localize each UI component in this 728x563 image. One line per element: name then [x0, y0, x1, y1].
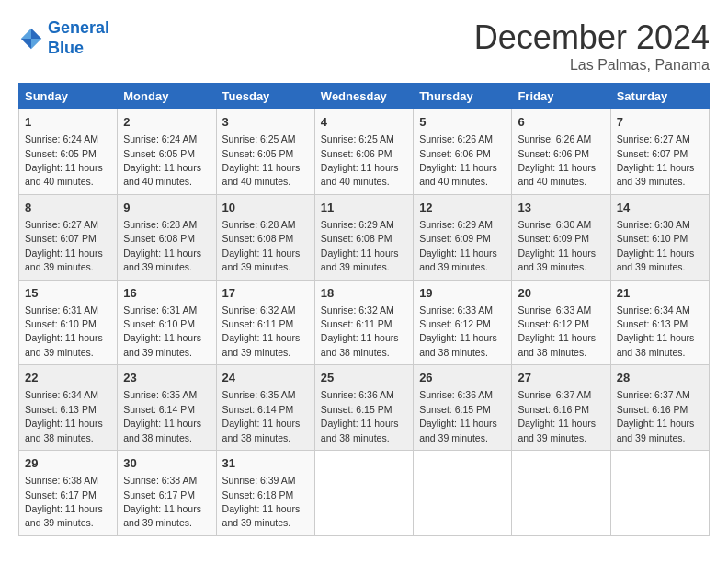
day-cell-1: 1Sunrise: 6:24 AM Sunset: 6:05 PM Daylig…: [19, 109, 118, 195]
day-info: Sunrise: 6:29 AM Sunset: 6:09 PM Dayligh…: [419, 219, 497, 272]
day-cell-25: 25Sunrise: 6:36 AM Sunset: 6:15 PM Dayli…: [314, 365, 413, 451]
day-cell-14: 14Sunrise: 6:30 AM Sunset: 6:10 PM Dayli…: [610, 194, 709, 280]
day-number: 7: [617, 114, 703, 131]
day-info: Sunrise: 6:36 AM Sunset: 6:15 PM Dayligh…: [321, 389, 399, 442]
day-info: Sunrise: 6:28 AM Sunset: 6:08 PM Dayligh…: [222, 219, 301, 272]
day-number: 20: [518, 285, 604, 302]
svg-marker-3: [31, 39, 41, 49]
header-monday: Monday: [118, 84, 216, 109]
day-cell-19: 19Sunrise: 6:33 AM Sunset: 6:12 PM Dayli…: [414, 280, 512, 365]
day-cell-12: 12Sunrise: 6:29 AM Sunset: 6:09 PM Dayli…: [414, 194, 512, 280]
day-number: 1: [25, 114, 111, 131]
day-number: 30: [123, 455, 210, 472]
day-cell-6: 6Sunrise: 6:26 AM Sunset: 6:06 PM Daylig…: [512, 109, 610, 195]
day-cell-2: 2Sunrise: 6:24 AM Sunset: 6:05 PM Daylig…: [118, 109, 216, 195]
day-number: 17: [222, 285, 309, 302]
day-number: 31: [222, 455, 309, 472]
day-number: 25: [321, 370, 407, 386]
day-info: Sunrise: 6:34 AM Sunset: 6:13 PM Dayligh…: [25, 389, 103, 442]
day-cell-24: 24Sunrise: 6:35 AM Sunset: 6:14 PM Dayli…: [216, 365, 314, 451]
day-number: 9: [123, 200, 210, 216]
header-sunday: Sunday: [19, 84, 118, 109]
day-cell-22: 22Sunrise: 6:34 AM Sunset: 6:13 PM Dayli…: [19, 365, 118, 451]
day-info: Sunrise: 6:26 AM Sunset: 6:06 PM Dayligh…: [518, 133, 596, 187]
day-info: Sunrise: 6:26 AM Sunset: 6:06 PM Dayligh…: [419, 133, 497, 187]
day-number: 3: [222, 114, 309, 131]
day-cell-9: 9Sunrise: 6:28 AM Sunset: 6:08 PM Daylig…: [118, 194, 216, 280]
day-cell-3: 3Sunrise: 6:25 AM Sunset: 6:05 PM Daylig…: [216, 109, 314, 195]
day-info: Sunrise: 6:31 AM Sunset: 6:10 PM Dayligh…: [25, 304, 103, 358]
calendar-body: 1Sunrise: 6:24 AM Sunset: 6:05 PM Daylig…: [19, 109, 710, 536]
day-info: Sunrise: 6:34 AM Sunset: 6:13 PM Dayligh…: [617, 304, 695, 358]
day-number: 27: [518, 370, 604, 386]
header-thursday: Thursday: [414, 84, 512, 109]
day-info: Sunrise: 6:32 AM Sunset: 6:11 PM Dayligh…: [321, 304, 399, 358]
week-row-0: 1Sunrise: 6:24 AM Sunset: 6:05 PM Daylig…: [19, 109, 710, 195]
header-saturday: Saturday: [610, 84, 709, 109]
day-info: Sunrise: 6:27 AM Sunset: 6:07 PM Dayligh…: [617, 133, 695, 187]
title-block: December 2024 Las Palmas, Panama: [474, 18, 710, 74]
day-cell-15: 15Sunrise: 6:31 AM Sunset: 6:10 PM Dayli…: [19, 280, 118, 365]
day-number: 22: [25, 370, 111, 386]
day-info: Sunrise: 6:38 AM Sunset: 6:17 PM Dayligh…: [123, 475, 201, 528]
day-info: Sunrise: 6:27 AM Sunset: 6:07 PM Dayligh…: [25, 219, 103, 272]
day-number: 2: [123, 114, 210, 131]
day-number: 26: [419, 370, 506, 386]
day-number: 15: [25, 285, 111, 302]
day-info: Sunrise: 6:35 AM Sunset: 6:14 PM Dayligh…: [222, 389, 301, 442]
day-cell-11: 11Sunrise: 6:29 AM Sunset: 6:08 PM Dayli…: [314, 194, 413, 280]
day-info: Sunrise: 6:33 AM Sunset: 6:12 PM Dayligh…: [518, 304, 596, 358]
day-number: 24: [222, 370, 309, 386]
day-info: Sunrise: 6:33 AM Sunset: 6:12 PM Dayligh…: [419, 304, 497, 358]
logo-text: General Blue: [48, 18, 109, 58]
svg-marker-2: [21, 39, 31, 49]
day-cell-7: 7Sunrise: 6:27 AM Sunset: 6:07 PM Daylig…: [610, 109, 709, 195]
day-number: 16: [123, 285, 210, 302]
day-number: 13: [518, 200, 604, 216]
day-cell-8: 8Sunrise: 6:27 AM Sunset: 6:07 PM Daylig…: [19, 194, 118, 280]
day-number: 8: [25, 200, 111, 216]
day-cell-29: 29Sunrise: 6:38 AM Sunset: 6:17 PM Dayli…: [19, 451, 118, 536]
day-info: Sunrise: 6:35 AM Sunset: 6:14 PM Dayligh…: [123, 389, 201, 442]
day-info: Sunrise: 6:28 AM Sunset: 6:08 PM Dayligh…: [123, 219, 201, 272]
day-cell-23: 23Sunrise: 6:35 AM Sunset: 6:14 PM Dayli…: [118, 365, 216, 451]
day-cell-20: 20Sunrise: 6:33 AM Sunset: 6:12 PM Dayli…: [512, 280, 610, 365]
day-cell-31: 31Sunrise: 6:39 AM Sunset: 6:18 PM Dayli…: [216, 451, 314, 536]
svg-marker-1: [21, 28, 31, 38]
logo-icon: [18, 26, 44, 52]
day-cell-18: 18Sunrise: 6:32 AM Sunset: 6:11 PM Dayli…: [314, 280, 413, 365]
empty-cell: [610, 451, 709, 536]
day-number: 23: [123, 370, 210, 386]
day-number: 11: [321, 200, 407, 216]
day-cell-4: 4Sunrise: 6:25 AM Sunset: 6:06 PM Daylig…: [314, 109, 413, 195]
day-number: 18: [321, 285, 407, 302]
week-row-1: 8Sunrise: 6:27 AM Sunset: 6:07 PM Daylig…: [19, 194, 710, 280]
page-header: General Blue December 2024 Las Palmas, P…: [18, 18, 710, 74]
empty-cell: [512, 451, 610, 536]
day-number: 5: [419, 114, 506, 131]
logo-line2: Blue: [48, 39, 84, 57]
logo: General Blue: [18, 18, 109, 58]
day-number: 10: [222, 200, 309, 216]
header-tuesday: Tuesday: [216, 84, 314, 109]
day-cell-5: 5Sunrise: 6:26 AM Sunset: 6:06 PM Daylig…: [414, 109, 512, 195]
svg-marker-0: [31, 28, 41, 38]
day-info: Sunrise: 6:37 AM Sunset: 6:16 PM Dayligh…: [518, 389, 596, 442]
day-info: Sunrise: 6:31 AM Sunset: 6:10 PM Dayligh…: [123, 304, 201, 358]
day-info: Sunrise: 6:25 AM Sunset: 6:06 PM Dayligh…: [321, 133, 399, 187]
day-number: 19: [419, 285, 506, 302]
day-info: Sunrise: 6:24 AM Sunset: 6:05 PM Dayligh…: [123, 133, 201, 187]
day-info: Sunrise: 6:30 AM Sunset: 6:09 PM Dayligh…: [518, 219, 596, 272]
empty-cell: [314, 451, 413, 536]
header-friday: Friday: [512, 84, 610, 109]
day-cell-27: 27Sunrise: 6:37 AM Sunset: 6:16 PM Dayli…: [512, 365, 610, 451]
day-cell-17: 17Sunrise: 6:32 AM Sunset: 6:11 PM Dayli…: [216, 280, 314, 365]
week-row-2: 15Sunrise: 6:31 AM Sunset: 6:10 PM Dayli…: [19, 280, 710, 365]
day-info: Sunrise: 6:38 AM Sunset: 6:17 PM Dayligh…: [25, 475, 103, 528]
logo-line1: General: [48, 18, 109, 37]
calendar-table: SundayMondayTuesdayWednesdayThursdayFrid…: [18, 83, 710, 536]
day-info: Sunrise: 6:29 AM Sunset: 6:08 PM Dayligh…: [321, 219, 399, 272]
header-wednesday: Wednesday: [314, 84, 413, 109]
day-number: 29: [25, 455, 111, 472]
day-cell-28: 28Sunrise: 6:37 AM Sunset: 6:16 PM Dayli…: [610, 365, 709, 451]
